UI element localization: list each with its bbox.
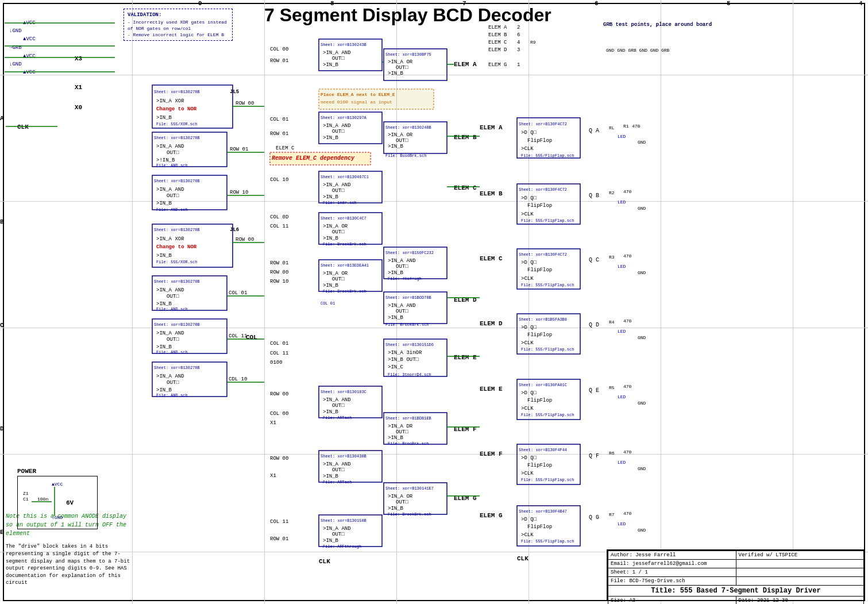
- xor2-file: File: 555/XOR.sch: [156, 260, 197, 264]
- or-elema-out: OUT□: [396, 65, 408, 71]
- drive-note-text: The "drive" block takes in 4 bits repres…: [6, 543, 132, 587]
- and1-ina: >IN_A AND: [156, 144, 184, 149]
- ff-elem-e-label: ELEM E: [480, 386, 503, 393]
- vcc-label-3: ▲VCC: [23, 53, 36, 59]
- power-schematic: ▲VCC Z1 100n C1 6V ↓GND: [20, 479, 101, 525]
- r4-val: 470: [623, 318, 632, 324]
- right-elem-f-label: ELEM G: [488, 62, 507, 68]
- ff-elemd-sheet: Sheet: xor=B1B5FA3B8: [519, 317, 567, 322]
- r1-label: R1: [623, 124, 629, 129]
- ff-eleme-ff: FlipFlop: [527, 398, 552, 403]
- or-elemd2-sheet: Sheet: xor=B13EDEA41: [321, 263, 369, 268]
- or-elemf-ina: >IN_A DR: [388, 424, 413, 429]
- or-elemd2-ina: >IN_A OR: [323, 271, 348, 276]
- and-elemc-inb: >IN_B: [323, 194, 339, 200]
- elem-c-label: ELEM C: [276, 145, 295, 151]
- or-elema-ina: >IN_A OR: [388, 59, 413, 65]
- ff-elemb-sheet: Sheet: xor=B130F4C72: [519, 187, 567, 192]
- r2-val: 470: [623, 189, 632, 194]
- col11-label-3: COL 11: [270, 351, 288, 356]
- place-elema-note2: neeed 0100 signal as input: [321, 99, 392, 105]
- and-elemg1-sheet: Sheet: xor=B130430B: [321, 454, 367, 459]
- ff-elemc-ff: FlipFlop: [527, 267, 552, 273]
- power-vcc: ▲VCC: [52, 482, 63, 487]
- xor2-sheet: Sheet: xor=B130270B: [154, 228, 200, 232]
- qc-label: Q C: [589, 257, 599, 263]
- and-col10-sheet: Sheet: xor=B130270B: [154, 366, 200, 370]
- tb-file: File: BCD-75eg-Drive.sch: [608, 577, 736, 586]
- or-elemf-sheet: Sheet: xor=B1BDB1EB: [385, 416, 431, 421]
- and2-sheet: Sheet: xor=B130270B: [154, 179, 200, 183]
- and-elemb-out: OUT□: [332, 129, 345, 134]
- or-elema-inb: >IN_B: [388, 71, 404, 76]
- and2-out: OUT□: [167, 193, 179, 199]
- place-elema-note: Place ELEM_A next to ELEM_E: [321, 92, 395, 97]
- clk-right-bottom: CLK: [517, 555, 528, 562]
- x0-label: X0: [75, 104, 82, 111]
- and-elemd2-file: File: 4to#=ugh: [388, 276, 422, 281]
- row01-label-4: ROW 01: [270, 536, 288, 542]
- r2-label: R2: [609, 190, 615, 195]
- elem-c-warning-text: Remove ELEM_C dependency: [272, 155, 355, 161]
- right-elem-c-label: ELEM C: [488, 40, 507, 45]
- col10-label-2: COL 10: [270, 177, 288, 183]
- row00-label-4: ROW 00: [270, 456, 288, 461]
- elem-num-4: 3: [517, 47, 520, 53]
- r3-led: LED: [618, 264, 626, 269]
- ff-elemd-clk: >CLK: [521, 340, 534, 346]
- or-elemd2-inb: >IN_B: [323, 283, 339, 288]
- r1-led: LED: [618, 134, 626, 139]
- and2-inb: >IN_B: [156, 201, 172, 206]
- and-col01-inb: >IN_B: [156, 301, 172, 307]
- col-label-detected: COL: [246, 334, 257, 341]
- r5-led: LED: [618, 394, 626, 399]
- r7-label: R7: [609, 512, 615, 517]
- or-elemb-ina: >IN_A OR: [388, 132, 413, 138]
- r6-val: 470: [623, 449, 632, 455]
- or-elemb-inb: >IN_B: [388, 144, 404, 149]
- power-label: POWER: [17, 468, 115, 475]
- ff-elem-f-label: ELEM F: [480, 451, 503, 457]
- power-gnd: ↓GND: [52, 515, 63, 520]
- and-elemf1-ina: >IN_A AND: [323, 397, 351, 403]
- col11-label-left: COL 11: [229, 333, 247, 339]
- and-col01-ina: >IN_A AND: [156, 287, 184, 293]
- and-elemg2-file: File: BrookBrk.sch: [388, 512, 431, 517]
- grb-test-label: GRB test points, place around board: [603, 22, 712, 28]
- ff-elemf-ff: FlipFlop: [527, 463, 552, 468]
- ff-elemf-d: >D Q□: [521, 455, 537, 461]
- or-elemd1-inb: >IN_B: [323, 236, 339, 241]
- row10-label-2: ROW 10: [270, 279, 288, 284]
- qe-label: Q E: [589, 387, 599, 394]
- and-elemd3-sheet: Sheet: xor=B1BOD70B: [385, 295, 431, 300]
- and-elemf1-inb: >IN_B: [323, 409, 339, 415]
- and-elemg1-file: File: ARTach: [323, 480, 352, 484]
- and-elemd3-out: OUT□: [396, 309, 408, 314]
- row00-label-3: ROW 00: [270, 391, 288, 397]
- and-elemg2-out: OUT□: [396, 499, 408, 505]
- col00-label-2: COL 00: [270, 411, 288, 417]
- gnd-r6: GND: [638, 466, 646, 471]
- and-col11-ina: >IN_A AND: [156, 330, 184, 336]
- r3-val: 470: [623, 253, 632, 259]
- drive-note: The "drive" block takes in 4 bits repres…: [6, 543, 132, 587]
- ff-elemf-file: File: 555/FlipFlap.sch: [521, 478, 574, 482]
- and-col10-out: OUT□: [167, 380, 179, 386]
- z1-ref: Z1: [23, 491, 29, 496]
- ff-elemb-file: File: 555/FlipFlap.sch: [521, 218, 574, 223]
- jl6-label: JL6: [230, 227, 239, 233]
- row00-label-2: ROW 00: [270, 270, 288, 275]
- r5-val: 470: [623, 384, 632, 389]
- ff-elemc-clk: >CLK: [521, 276, 534, 282]
- xor2-inb: >IN_B: [156, 253, 172, 259]
- ff-elem-b-label: ELEM B: [480, 190, 503, 197]
- ff-eleme-clk: >CLK: [521, 406, 534, 411]
- and-elemg3-sheet: Sheet: xor=B130150B: [321, 518, 367, 523]
- row01-label-left: ROW 01: [230, 147, 248, 152]
- row01-label-2: ROW 01: [270, 131, 288, 137]
- xor-sheet-label-1: Sheet: xor=B130270B: [154, 90, 200, 94]
- clk-bottom: CLK: [319, 558, 330, 565]
- ff-elema-sheet: Sheet: xor=B130F4C72: [519, 122, 567, 126]
- file-value: BCD-75eg-Drive.sch: [629, 578, 685, 584]
- and-col10-ina: >IN_A AND: [156, 374, 184, 379]
